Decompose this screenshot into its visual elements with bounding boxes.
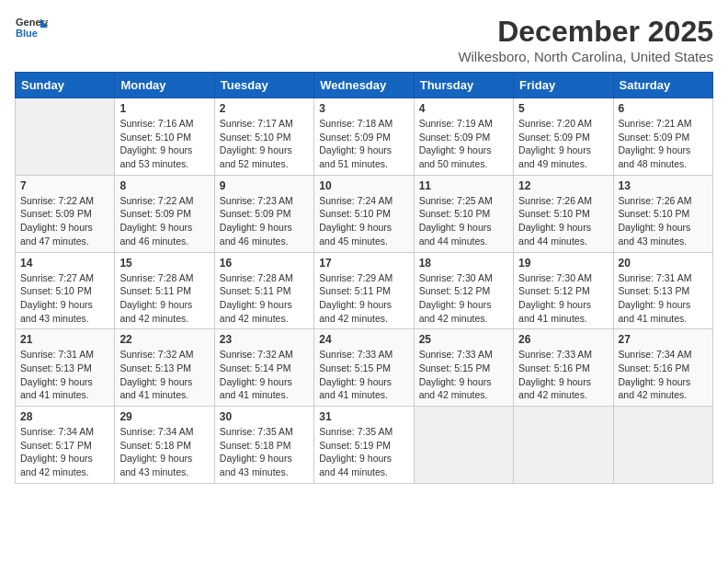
day-detail: Sunrise: 7:22 AMSunset: 5:09 PMDaylight:… — [20, 194, 109, 248]
day-detail: Sunrise: 7:30 AMSunset: 5:12 PMDaylight:… — [419, 271, 508, 326]
col-thursday: Thursday — [414, 73, 513, 98]
day-number: 3 — [319, 102, 408, 115]
calendar-cell: 22Sunrise: 7:32 AMSunset: 5:13 PMDayligh… — [115, 329, 214, 407]
calendar-cell: 23Sunrise: 7:32 AMSunset: 5:14 PMDayligh… — [214, 329, 313, 407]
calendar-cell: 10Sunrise: 7:24 AMSunset: 5:10 PMDayligh… — [314, 175, 414, 252]
day-detail: Sunrise: 7:34 AMSunset: 5:17 PMDaylight:… — [20, 425, 109, 479]
logo-icon: General Blue — [15, 15, 48, 40]
day-number: 11 — [419, 179, 508, 192]
day-detail: Sunrise: 7:26 AMSunset: 5:10 PMDaylight:… — [619, 194, 708, 248]
day-detail: Sunrise: 7:34 AMSunset: 5:16 PMDaylight:… — [619, 348, 708, 402]
day-detail: Sunrise: 7:21 AMSunset: 5:09 PMDaylight:… — [619, 117, 708, 171]
calendar-cell: 2Sunrise: 7:17 AMSunset: 5:10 PMDaylight… — [214, 98, 313, 176]
day-detail: Sunrise: 7:33 AMSunset: 5:16 PMDaylight:… — [518, 348, 608, 402]
day-detail: Sunrise: 7:35 AMSunset: 5:18 PMDaylight:… — [220, 425, 309, 479]
calendar-cell: 25Sunrise: 7:33 AMSunset: 5:15 PMDayligh… — [414, 329, 513, 407]
calendar-cell: 3Sunrise: 7:18 AMSunset: 5:09 PMDaylight… — [314, 98, 414, 176]
page-title: December 2025 — [458, 15, 713, 49]
calendar-cell: 6Sunrise: 7:21 AMSunset: 5:09 PMDaylight… — [613, 98, 712, 176]
day-detail: Sunrise: 7:20 AMSunset: 5:09 PMDaylight:… — [518, 117, 608, 171]
logo: General Blue — [15, 15, 48, 40]
day-number: 31 — [319, 410, 408, 423]
title-block: December 2025 Wilkesboro, North Carolina… — [458, 15, 713, 64]
calendar-cell: 14Sunrise: 7:27 AMSunset: 5:10 PMDayligh… — [16, 252, 115, 329]
day-detail: Sunrise: 7:31 AMSunset: 5:13 PMDaylight:… — [20, 348, 109, 402]
day-number: 21 — [20, 333, 109, 346]
day-number: 2 — [220, 102, 309, 115]
day-number: 30 — [220, 410, 309, 423]
day-detail: Sunrise: 7:27 AMSunset: 5:10 PMDaylight:… — [20, 271, 109, 326]
day-number: 18 — [419, 257, 508, 270]
day-detail: Sunrise: 7:26 AMSunset: 5:10 PMDaylight:… — [518, 194, 608, 248]
day-detail: Sunrise: 7:22 AMSunset: 5:09 PMDaylight:… — [119, 194, 209, 248]
calendar-week-4: 21Sunrise: 7:31 AMSunset: 5:13 PMDayligh… — [16, 329, 713, 407]
day-detail: Sunrise: 7:29 AMSunset: 5:11 PMDaylight:… — [319, 271, 408, 326]
day-number: 22 — [119, 333, 209, 346]
calendar-cell: 5Sunrise: 7:20 AMSunset: 5:09 PMDaylight… — [514, 98, 613, 176]
day-number: 16 — [220, 257, 309, 270]
day-number: 25 — [419, 333, 508, 346]
day-detail: Sunrise: 7:31 AMSunset: 5:13 PMDaylight:… — [619, 271, 708, 326]
day-number: 29 — [119, 410, 209, 423]
day-number: 20 — [619, 257, 708, 270]
day-number: 10 — [319, 179, 408, 192]
day-number: 7 — [20, 179, 109, 192]
day-number: 1 — [119, 102, 209, 115]
day-number: 5 — [518, 102, 608, 115]
calendar-cell: 8Sunrise: 7:22 AMSunset: 5:09 PMDaylight… — [115, 175, 214, 252]
calendar-week-5: 28Sunrise: 7:34 AMSunset: 5:17 PMDayligh… — [16, 407, 713, 484]
day-number: 12 — [518, 179, 608, 192]
calendar-cell: 12Sunrise: 7:26 AMSunset: 5:10 PMDayligh… — [514, 175, 613, 252]
day-number: 28 — [20, 410, 109, 423]
day-detail: Sunrise: 7:24 AMSunset: 5:10 PMDaylight:… — [319, 194, 408, 248]
day-detail: Sunrise: 7:17 AMSunset: 5:10 PMDaylight:… — [220, 117, 309, 171]
day-number: 8 — [119, 179, 209, 192]
day-detail: Sunrise: 7:30 AMSunset: 5:12 PMDaylight:… — [518, 271, 608, 326]
day-number: 23 — [220, 333, 309, 346]
calendar-cell: 28Sunrise: 7:34 AMSunset: 5:17 PMDayligh… — [16, 407, 115, 484]
day-detail: Sunrise: 7:34 AMSunset: 5:18 PMDaylight:… — [119, 425, 209, 479]
calendar-cell — [16, 98, 115, 176]
col-saturday: Saturday — [613, 73, 712, 98]
calendar-cell: 16Sunrise: 7:28 AMSunset: 5:11 PMDayligh… — [214, 252, 313, 329]
calendar-cell: 1Sunrise: 7:16 AMSunset: 5:10 PMDaylight… — [115, 98, 214, 176]
calendar-cell: 24Sunrise: 7:33 AMSunset: 5:15 PMDayligh… — [314, 329, 414, 407]
day-number: 27 — [619, 333, 708, 346]
calendar-cell: 21Sunrise: 7:31 AMSunset: 5:13 PMDayligh… — [16, 329, 115, 407]
day-detail: Sunrise: 7:33 AMSunset: 5:15 PMDaylight:… — [419, 348, 508, 402]
calendar-cell: 15Sunrise: 7:28 AMSunset: 5:11 PMDayligh… — [115, 252, 214, 329]
calendar-cell: 18Sunrise: 7:30 AMSunset: 5:12 PMDayligh… — [414, 252, 513, 329]
page-subtitle: Wilkesboro, North Carolina, United State… — [458, 49, 713, 64]
day-detail: Sunrise: 7:28 AMSunset: 5:11 PMDaylight:… — [119, 271, 209, 326]
calendar-week-3: 14Sunrise: 7:27 AMSunset: 5:10 PMDayligh… — [16, 252, 713, 329]
day-detail: Sunrise: 7:18 AMSunset: 5:09 PMDaylight:… — [319, 117, 408, 171]
calendar-cell: 19Sunrise: 7:30 AMSunset: 5:12 PMDayligh… — [514, 252, 613, 329]
day-number: 17 — [319, 257, 408, 270]
calendar-cell: 11Sunrise: 7:25 AMSunset: 5:10 PMDayligh… — [414, 175, 513, 252]
calendar-cell — [514, 407, 613, 484]
calendar-cell: 26Sunrise: 7:33 AMSunset: 5:16 PMDayligh… — [514, 329, 613, 407]
day-number: 4 — [419, 102, 508, 115]
day-detail: Sunrise: 7:19 AMSunset: 5:09 PMDaylight:… — [419, 117, 508, 171]
col-wednesday: Wednesday — [314, 73, 414, 98]
day-detail: Sunrise: 7:32 AMSunset: 5:14 PMDaylight:… — [220, 348, 309, 402]
day-detail: Sunrise: 7:35 AMSunset: 5:19 PMDaylight:… — [319, 425, 408, 479]
day-detail: Sunrise: 7:33 AMSunset: 5:15 PMDaylight:… — [319, 348, 408, 402]
calendar-cell: 20Sunrise: 7:31 AMSunset: 5:13 PMDayligh… — [613, 252, 712, 329]
col-sunday: Sunday — [16, 73, 115, 98]
day-number: 6 — [619, 102, 708, 115]
calendar-header-row: Sunday Monday Tuesday Wednesday Thursday… — [16, 73, 713, 98]
calendar-cell: 9Sunrise: 7:23 AMSunset: 5:09 PMDaylight… — [214, 175, 313, 252]
day-number: 9 — [220, 179, 309, 192]
day-number: 14 — [20, 257, 109, 270]
calendar-cell: 31Sunrise: 7:35 AMSunset: 5:19 PMDayligh… — [314, 407, 414, 484]
calendar-cell: 30Sunrise: 7:35 AMSunset: 5:18 PMDayligh… — [214, 407, 313, 484]
calendar-cell: 13Sunrise: 7:26 AMSunset: 5:10 PMDayligh… — [613, 175, 712, 252]
col-monday: Monday — [115, 73, 214, 98]
calendar-cell: 4Sunrise: 7:19 AMSunset: 5:09 PMDaylight… — [414, 98, 513, 176]
calendar-cell: 7Sunrise: 7:22 AMSunset: 5:09 PMDaylight… — [16, 175, 115, 252]
col-friday: Friday — [514, 73, 613, 98]
day-number: 19 — [518, 257, 608, 270]
day-number: 24 — [319, 333, 408, 346]
calendar-table: Sunday Monday Tuesday Wednesday Thursday… — [15, 72, 713, 484]
